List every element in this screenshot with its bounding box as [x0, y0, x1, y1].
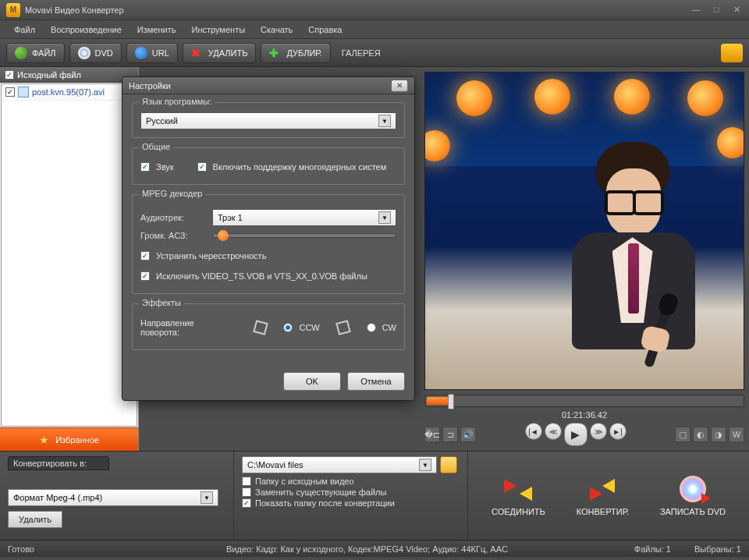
watermark-button[interactable]: W [729, 427, 744, 442]
mpeg-group: MPEG декодер Аудиотрек: Трэк 1▼ Громк. A… [132, 194, 405, 294]
file-checkbox[interactable]: ✓ [5, 87, 15, 97]
gallery-button[interactable]: ГАЛЕРЕЯ [342, 48, 381, 58]
rewind-button[interactable]: ≪ [545, 423, 562, 440]
settings-dialog: Настройки ✕ Язык программы: Русский▼ Общ… [122, 76, 415, 401]
menu-play[interactable]: Воспроизведение [44, 23, 128, 37]
menu-help[interactable]: Справка [302, 23, 348, 37]
video-file-icon [18, 87, 29, 97]
video-preview[interactable] [424, 72, 744, 390]
browse-folder-button[interactable] [440, 456, 457, 473]
same-folder-checkbox[interactable]: ✓ [242, 477, 251, 486]
file-panel: ✓ Исходный файл ✓ post.kvn.95(07).avi ★ … [0, 67, 139, 451]
format-select[interactable]: Формат Mpeg-4 (.mp4)▼ [8, 489, 218, 506]
play-button[interactable]: ▶ [564, 423, 587, 446]
convert-to-label: Конвертировать в: [8, 456, 109, 470]
delete-icon: ✖ [191, 47, 204, 59]
menu-file[interactable]: Файл [8, 23, 41, 37]
language-group: Язык программы: Русский▼ [132, 102, 405, 138]
chevron-down-icon: ▼ [378, 115, 391, 127]
toolbar: ФАЙЛ DVD URL ✖УДАЛИТЬ ✚ДУБЛИР. ГАЛЕРЕЯ [0, 39, 749, 67]
rotate-cw-icon [335, 320, 351, 335]
star-icon: ★ [39, 434, 49, 446]
status-selected: Выбраны: 1 [671, 544, 741, 554]
format-delete-button[interactable]: Удалить [8, 511, 62, 528]
menu-bar: Файл Воспроизведение Изменить Инструмент… [0, 20, 749, 39]
crop-button[interactable]: ▢ [675, 427, 690, 442]
dvd-icon [78, 47, 91, 59]
join-button[interactable]: СОЕДИНИТЬ [492, 476, 545, 516]
file-list: ✓ post.kvn.95(07).avi [1, 83, 137, 427]
menu-download[interactable]: Скачать [254, 23, 299, 37]
volume-button[interactable]: 🔊 [460, 427, 476, 442]
cw-radio[interactable] [367, 323, 376, 332]
general-group: Общие ✓Звук ✓Включить поддержку многояде… [132, 147, 405, 185]
rotate-ccw-icon [253, 320, 268, 335]
plus-file-icon [15, 47, 27, 59]
globe-icon [135, 47, 147, 59]
audiotrack-select[interactable]: Трэк 1▼ [212, 209, 396, 226]
overwrite-checkbox[interactable]: ✓ [242, 487, 251, 497]
duplicate-button[interactable]: ✚ДУБЛИР. [261, 43, 330, 63]
marker-end-button[interactable]: ⊐ [442, 427, 458, 442]
close-button[interactable]: ✕ [730, 5, 743, 15]
chevron-down-icon: ▼ [419, 459, 431, 471]
cancel-button[interactable]: Отмена [347, 372, 405, 391]
language-select[interactable]: Русский▼ [140, 112, 396, 129]
puzzle-icon[interactable] [721, 44, 743, 62]
chevron-down-icon: ▼ [378, 211, 391, 224]
seek-bar[interactable] [424, 395, 744, 407]
file-list-header: ✓ Исходный файл [0, 67, 138, 83]
effects-group: Эффекты Направление поворота: CCW CW [132, 303, 405, 350]
dialog-close-button[interactable]: ✕ [391, 80, 408, 92]
ok-button[interactable]: OK [283, 372, 341, 391]
favorites-button[interactable]: ★ Избранное [0, 427, 138, 451]
exclude-vob-checkbox[interactable]: ✓ [140, 271, 150, 281]
timecode: 01:21:36.42 [424, 410, 744, 420]
contrast-button[interactable]: ◑ [711, 427, 726, 442]
menu-tools[interactable]: Инструменты [185, 23, 251, 37]
multicore-checkbox[interactable]: ✓ [197, 162, 207, 172]
select-all-checkbox[interactable]: ✓ [5, 70, 14, 80]
preview-panel: 01:21:36.42 �⊏ ⊐ 🔊 |◄ ≪ ▶ ≫ ►| ▢ ◐ ◑ W [420, 67, 749, 451]
ac3-volume-slider[interactable] [212, 233, 396, 238]
status-info: Видео: Кадр: Как у исходного, Кодек:MPEG… [86, 544, 601, 554]
ccw-radio[interactable] [283, 323, 293, 332]
skip-end-button[interactable]: ►| [609, 423, 627, 440]
convert-button[interactable]: КОНВЕРТИР. [577, 476, 629, 516]
maximize-button[interactable]: □ [710, 5, 722, 15]
bottom-panel: Конвертировать в: Формат Mpeg-4 (.mp4)▼ … [0, 451, 749, 540]
burn-dvd-button[interactable]: ЗАПИСАТЬ DVD [660, 476, 726, 516]
minimize-button[interactable]: — [690, 5, 702, 15]
file-list-header-label: Исходный файл [17, 70, 81, 80]
skip-start-button[interactable]: |◄ [525, 423, 542, 440]
file-row[interactable]: ✓ post.kvn.95(07).avi [2, 84, 137, 101]
sound-checkbox[interactable]: ✓ [140, 162, 150, 172]
marker-start-button[interactable]: �⊏ [424, 427, 440, 442]
adjust-button[interactable]: ◐ [693, 427, 708, 442]
player-controls: �⊏ ⊐ 🔊 |◄ ≪ ▶ ≫ ►| ▢ ◐ ◑ W [424, 423, 744, 446]
app-logo-icon: M [6, 3, 20, 17]
deinterlace-checkbox[interactable]: ✓ [140, 251, 150, 261]
add-url-button[interactable]: URL [126, 43, 178, 63]
chevron-down-icon: ▼ [201, 491, 213, 504]
open-after-checkbox[interactable]: ✓ [242, 498, 251, 508]
dialog-title: Настройки [129, 81, 171, 90]
plus-icon: ✚ [269, 47, 282, 59]
forward-button[interactable]: ≫ [590, 423, 607, 440]
output-path-select[interactable]: C:\Movavi files▼ [242, 456, 437, 473]
status-bar: Готово Видео: Кадр: Как у исходного, Код… [0, 540, 749, 557]
status-files: Файлы: 1 [601, 544, 671, 554]
title-bar: M Movavi Видео Конвертер — □ ✕ [0, 0, 749, 20]
delete-button[interactable]: ✖УДАЛИТЬ [183, 43, 257, 63]
file-name: post.kvn.95(07).avi [32, 87, 105, 97]
status-ready: Готово [8, 544, 86, 554]
add-dvd-button[interactable]: DVD [69, 43, 122, 63]
add-file-button[interactable]: ФАЙЛ [6, 43, 65, 63]
window-title: Movavi Видео Конвертер [25, 5, 690, 15]
menu-edit[interactable]: Изменить [131, 23, 183, 37]
